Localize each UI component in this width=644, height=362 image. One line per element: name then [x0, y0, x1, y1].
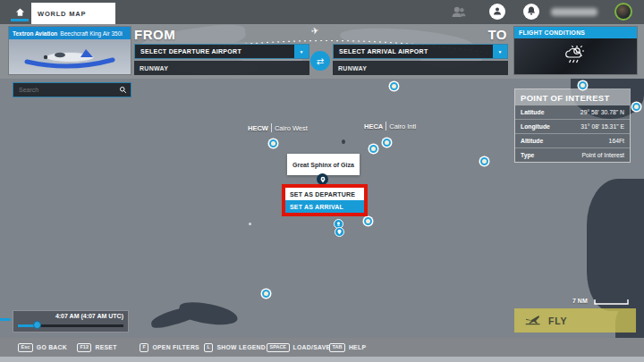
- set-as-departure-option[interactable]: SET AS DEPARTURE: [285, 188, 364, 200]
- airport-code: HECW: [248, 124, 268, 132]
- arrival-runway-label: RUNWAY: [338, 65, 367, 72]
- from-title: FROM: [134, 27, 175, 42]
- departure-airport-value: SELECT DEPARTURE AIRPORT: [135, 48, 294, 55]
- edge-slider-segment: [0, 318, 11, 321]
- search-icon[interactable]: [119, 86, 127, 94]
- chevron-down-icon[interactable]: ▼: [294, 45, 309, 58]
- airport-marker[interactable]: [480, 157, 488, 165]
- map-scale-label: 7 NM: [572, 298, 588, 304]
- search-input[interactable]: [13, 87, 119, 93]
- airport-marker[interactable]: [364, 217, 372, 225]
- load-save-label: LOAD/SAVE: [293, 344, 331, 350]
- go-back-button[interactable]: Esc GO BACK: [18, 343, 67, 352]
- airport-marker[interactable]: [632, 103, 640, 111]
- profile-button[interactable]: [489, 4, 505, 20]
- bottom-strip: [0, 357, 644, 362]
- username-blurred: [551, 8, 597, 16]
- avatar[interactable]: [614, 3, 632, 21]
- poi-row-type: Type Point of Interest: [515, 147, 630, 162]
- airport-marker[interactable]: [262, 290, 270, 298]
- aircraft-model: Beechcraft King Air 350i: [60, 30, 122, 37]
- home-active-underline: [11, 19, 29, 21]
- fly-button[interactable]: FLY: [514, 308, 636, 333]
- fly-button-label: FLY: [548, 316, 567, 326]
- airport-marker[interactable]: [579, 81, 587, 89]
- time-label: 4:07 AM (4:07 AM UTC): [18, 313, 123, 319]
- keycap-space: SPACE: [267, 343, 290, 352]
- set-as-arrival-option[interactable]: SET AS ARRIVAL: [285, 200, 364, 213]
- airport-label-heca[interactable]: HECA Cairo Intl: [364, 122, 416, 130]
- keycap-tab: TAB: [329, 343, 345, 352]
- set-as-departure-label: SET AS DEPARTURE: [290, 191, 355, 198]
- map-scale-bar: [594, 299, 630, 306]
- flight-conditions-title: FLIGHT CONDITIONS: [519, 29, 585, 36]
- keycap-esc: Esc: [18, 343, 33, 352]
- swap-icon: ⇄: [317, 56, 324, 66]
- takeoff-icon: [525, 313, 541, 329]
- poi-tooltip-title: Great Sphinx of Giza: [292, 162, 354, 168]
- landmass: [587, 179, 644, 311]
- map-dot: [249, 223, 251, 225]
- poi-panel-title: POINT OF INTEREST: [515, 89, 630, 105]
- poi-row-label: Type: [521, 152, 534, 158]
- arrival-runway-field[interactable]: RUNWAY: [333, 61, 508, 75]
- poi-marker[interactable]: [335, 227, 344, 237]
- keycap-f12: F12: [77, 343, 91, 352]
- person-icon: [492, 4, 503, 20]
- reset-label: RESET: [95, 344, 116, 350]
- poi-row-longitude: Longitude 31° 08' 15.31" E: [515, 119, 630, 133]
- help-button[interactable]: TAB HELP: [329, 343, 366, 352]
- airport-name: Cairo Intl: [389, 122, 416, 130]
- landmass: [178, 300, 239, 327]
- go-back-label: GO BACK: [37, 344, 67, 350]
- airport-marker[interactable]: [369, 145, 377, 153]
- to-title: TO: [481, 27, 507, 42]
- keycap-l: L: [204, 343, 213, 352]
- tab-world-map[interactable]: WORLD MAP: [31, 3, 115, 24]
- arrival-airport-value: SELECT ARRIVAL AIRPORT: [334, 48, 493, 55]
- airport-marker[interactable]: [390, 82, 398, 90]
- aircraft-card[interactable]: Textron Aviation Beechcraft King Air 350…: [9, 27, 131, 74]
- departure-runway-label: RUNWAY: [140, 65, 168, 72]
- poi-tooltip: Great Sphinx of Giza: [287, 154, 360, 175]
- route-plane-icon: ✈: [310, 25, 319, 36]
- notifications-button[interactable]: [523, 4, 539, 20]
- departure-runway-field[interactable]: RUNWAY: [134, 61, 309, 75]
- group-icon[interactable]: [451, 4, 467, 23]
- poi-row-value: 31° 08' 15.31" E: [580, 123, 624, 130]
- swap-airports-button[interactable]: ⇄: [310, 51, 330, 71]
- poi-row-label: Longitude: [521, 123, 550, 130]
- arrival-airport-select[interactable]: SELECT ARRIVAL AIRPORT ▼: [333, 44, 508, 59]
- flight-conditions-card[interactable]: FLIGHT CONDITIONS: [514, 27, 637, 74]
- aircraft-brand: Textron Aviation: [13, 30, 57, 37]
- time-slider-thumb[interactable]: [33, 321, 41, 329]
- search-box[interactable]: [13, 82, 131, 97]
- tab-world-map-label: WORLD MAP: [38, 10, 86, 18]
- label-divider: [271, 123, 272, 132]
- open-filters-button[interactable]: F OPEN FILTERS: [140, 343, 199, 352]
- show-legend-label: SHOW LEGEND: [216, 344, 266, 350]
- airport-marker-heca[interactable]: [383, 139, 391, 147]
- keycap-f: F: [140, 343, 148, 352]
- home-icon: [15, 4, 25, 21]
- reset-button[interactable]: F12 RESET: [77, 343, 117, 352]
- airport-code: HECA: [364, 122, 383, 130]
- airport-marker-hecw[interactable]: [269, 139, 277, 147]
- flight-conditions-header: FLIGHT CONDITIONS: [514, 27, 637, 38]
- poi-row-label: Altitude: [521, 138, 543, 144]
- chevron-down-icon[interactable]: ▼: [493, 45, 507, 58]
- set-as-arrival-label: SET AS ARRIVAL: [290, 204, 343, 210]
- airport-name: Cairo West: [275, 124, 308, 132]
- poi-row-value: 29° 58' 30.78" N: [580, 109, 624, 115]
- annotation-highlight: SET AS DEPARTURE SET AS ARRIVAL: [282, 184, 368, 216]
- landmass: [342, 139, 345, 144]
- open-filters-label: OPEN FILTERS: [152, 344, 199, 350]
- map-canvas[interactable]: POINT OF INTEREST Latitude 29° 58' 30.78…: [0, 79, 644, 338]
- airport-label-hecw[interactable]: HECW Cairo West: [248, 123, 308, 132]
- departure-airport-select[interactable]: SELECT DEPARTURE AIRPORT ▼: [134, 44, 309, 59]
- top-bar: WORLD MAP: [0, 0, 644, 24]
- show-legend-button[interactable]: L SHOW LEGEND: [204, 343, 266, 352]
- load-save-button[interactable]: SPACE LOAD/SAVE: [267, 343, 330, 352]
- poi-row-value: Point of Interest: [581, 152, 624, 158]
- world-map-screen: WORLD MAP ✈: [0, 0, 644, 362]
